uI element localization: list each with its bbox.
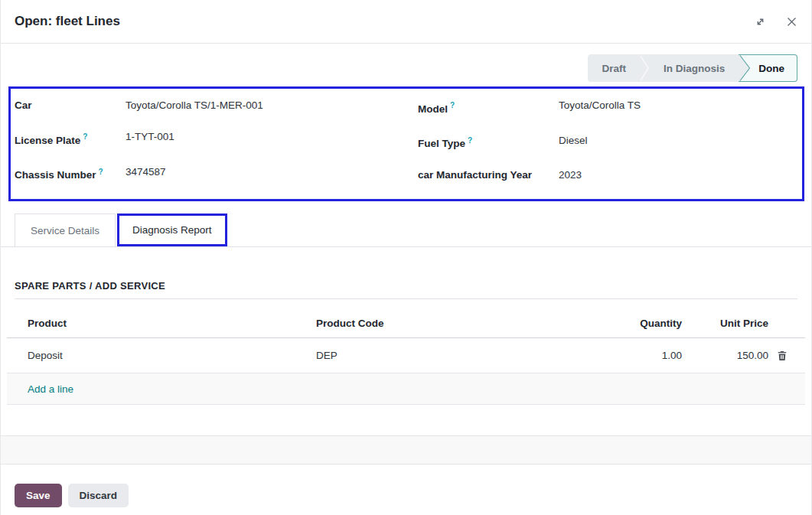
statusbar-row: Draft In Diagnosis Done [15, 54, 797, 82]
field-value-car[interactable]: Toyota/Corolla TS/1-MER-001 [126, 98, 263, 113]
field-label-fuel-type: Fuel Type [418, 136, 465, 152]
statusbar-stage-draft[interactable]: Draft [588, 54, 640, 82]
cell-product[interactable]: Deposit [7, 350, 316, 361]
field-license-plate: License Plate? 1-TYT-001 [15, 129, 406, 148]
table-row: Deposit DEP 1.00 150.00 [7, 338, 805, 373]
sheet-bottom-spacer [1, 405, 811, 435]
field-manufacturing-year: car Manufacturing Year 2023 [418, 168, 802, 183]
field-label-manufacturing-year: car Manufacturing Year [418, 168, 532, 183]
field-value-chassis-number[interactable]: 3474587 [126, 165, 166, 180]
field-column-left: Car Toyota/Corolla TS/1-MER-001 License … [11, 98, 406, 199]
modal-dialog: Open: fleet Lines Draft [0, 0, 812, 515]
field-value-fuel-type[interactable]: Diesel [559, 133, 588, 148]
close-icon[interactable] [784, 15, 799, 29]
help-icon[interactable]: ? [450, 101, 455, 109]
statusbar-stage-done[interactable]: Done [751, 55, 797, 81]
statusbar-done-chevron-icon [739, 55, 751, 81]
modal-footer: Save Discard [1, 464, 811, 507]
cell-unit-price[interactable]: 150.00 [682, 350, 768, 361]
save-button[interactable]: Save [15, 484, 62, 507]
help-icon[interactable]: ? [99, 168, 103, 176]
field-label-license-plate: License Plate [15, 133, 80, 148]
modal-title: Open: fleet Lines [15, 14, 120, 29]
expand-icon[interactable] [753, 15, 768, 29]
notebook-tabs: Service Details Diagnosis Report [1, 213, 811, 247]
spare-parts-table: Product Product Code Quantity Unit Price… [7, 309, 805, 405]
field-value-manufacturing-year[interactable]: 2023 [559, 168, 582, 183]
field-value-license-plate[interactable]: 1-TYT-001 [126, 129, 174, 145]
tab-diagnosis-report[interactable]: Diagnosis Report [119, 216, 225, 244]
column-header-unit-price[interactable]: Unit Price [682, 318, 768, 329]
column-header-product[interactable]: Product [7, 318, 316, 329]
cell-product-code[interactable]: DEP [316, 350, 530, 361]
field-model: Model? Toyota/Corolla TS [418, 98, 802, 117]
modal-body-gray-strip [1, 435, 811, 464]
table-header-row: Product Product Code Quantity Unit Price [7, 309, 805, 338]
annotation-box-fields: Car Toyota/Corolla TS/1-MER-001 License … [8, 86, 804, 201]
discard-button[interactable]: Discard [68, 484, 129, 507]
statusbar-stage-in-diagnosis[interactable]: In Diagnosis [650, 54, 739, 82]
field-fuel-type: Fuel Type? Diesel [418, 133, 802, 152]
field-chassis-number: Chassis Number? 3474587 [15, 165, 406, 184]
delete-row-trash-icon[interactable] [777, 350, 788, 361]
add-a-line-link[interactable]: Add a line [7, 383, 73, 395]
tab-service-details[interactable]: Service Details [15, 213, 116, 246]
cell-quantity[interactable]: 1.00 [530, 350, 682, 361]
field-label-car: Car [15, 98, 32, 113]
statusbar-inactive-group: Draft In Diagnosis [588, 54, 739, 82]
field-value-model[interactable]: Toyota/Corolla TS [559, 98, 641, 113]
field-label-model: Model [418, 102, 448, 117]
section-title-spare-parts: SPARE PARTS / ADD SERVICE [15, 280, 797, 299]
field-car: Car Toyota/Corolla TS/1-MER-001 [15, 98, 406, 113]
add-line-row: Add a line [7, 373, 805, 405]
column-header-quantity[interactable]: Quantity [530, 318, 682, 329]
annotation-box-tab: Diagnosis Report [117, 213, 227, 246]
help-icon[interactable]: ? [83, 132, 87, 141]
statusbar-separator-icon [640, 54, 650, 82]
help-icon[interactable]: ? [468, 136, 472, 145]
modal-header-icons [753, 15, 799, 29]
statusbar: Draft In Diagnosis Done [588, 54, 797, 82]
column-header-product-code[interactable]: Product Code [316, 318, 530, 329]
modal-header: Open: fleet Lines [1, 0, 811, 44]
statusbar-stage-done-container: Done [739, 54, 797, 82]
field-column-right: Model? Toyota/Corolla TS Fuel Type? Dies… [406, 98, 802, 199]
field-label-chassis-number: Chassis Number [15, 168, 96, 183]
